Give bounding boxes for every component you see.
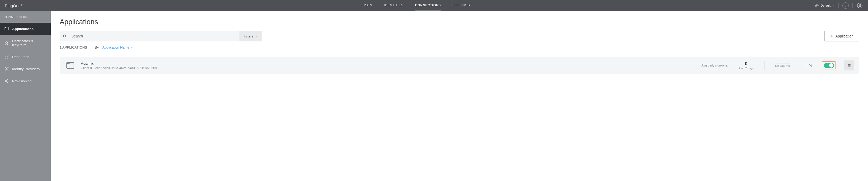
svg-point-8 (5, 55, 6, 57)
svg-point-15 (5, 70, 5, 70)
search-input[interactable] (70, 31, 240, 41)
sidebar: CONNECTIONS Applications Certificates & … (0, 11, 51, 181)
toggle-knob (829, 63, 833, 67)
client-id-label: Client ID: (81, 66, 94, 70)
svg-point-19 (7, 82, 8, 83)
chevron-down-icon (255, 35, 258, 37)
enable-toggle[interactable] (824, 63, 834, 68)
environment-selector[interactable]: Default (815, 4, 835, 8)
svg-point-22 (67, 63, 68, 64)
sidebar-item-identity-providers[interactable]: Identity Providers (0, 63, 51, 75)
nav-identities[interactable]: IDENTITIES (384, 0, 403, 11)
divider (811, 3, 811, 8)
svg-point-16 (8, 70, 8, 70)
brand-reg: ® (21, 3, 23, 6)
user-profile-button[interactable] (857, 2, 863, 9)
top-bar: PingOne® MAIN IDENTITIES CONNECTIONS SET… (0, 0, 868, 11)
add-application-button[interactable]: Application (825, 31, 859, 41)
add-app-label: Application (836, 34, 854, 38)
divider (764, 61, 765, 70)
sidebar-item-label: Identity Providers (12, 67, 40, 71)
svg-point-12 (6, 68, 7, 69)
application-icon (65, 61, 75, 69)
application-name: Aviatrix (81, 61, 157, 66)
provisioning-icon (4, 79, 9, 83)
search-wrap: Filters (60, 31, 262, 41)
search-icon (60, 34, 70, 38)
filters-button[interactable]: Filters (240, 31, 262, 41)
application-row[interactable]: Aviatrix Client ID: ecd5ba20-0b5a-462c-b… (60, 57, 859, 74)
metric-label: Avg daily sign-ons: (702, 64, 728, 67)
identity-providers-icon (4, 66, 9, 71)
page-title: Applications (60, 18, 859, 26)
top-right: Default (811, 2, 863, 9)
metric-period: Past 7 days (739, 67, 754, 70)
sidebar-item-label: Provisioning (12, 79, 32, 83)
filters-label: Filters (244, 34, 253, 38)
applications-icon (4, 26, 9, 31)
application-client-id: Client ID: ecd5ba20-0b5a-462c-b4d3-7751f… (81, 66, 157, 70)
application-name-block: Aviatrix Client ID: ecd5ba20-0b5a-462c-b… (81, 61, 157, 70)
metric-value: 0 (745, 61, 747, 66)
app-count-label: 1 APPLICATIONS (60, 46, 87, 49)
environment-label: Default (820, 4, 831, 7)
svg-point-23 (68, 63, 69, 64)
sidebar-item-certificates[interactable]: Certificates & KeyPairs (0, 35, 51, 51)
sort-by-dropdown[interactable]: Application Name (102, 46, 133, 49)
metric-signons: 0 Past 7 days (734, 61, 758, 70)
svg-point-6 (6, 27, 6, 28)
sidebar-item-applications[interactable]: Applications (0, 23, 51, 35)
brand-text: PingOne (5, 3, 21, 8)
svg-point-1 (845, 6, 846, 6)
svg-point-13 (5, 67, 5, 68)
sidebar-item-provisioning[interactable]: Provisioning (0, 75, 51, 87)
svg-point-10 (5, 57, 6, 59)
resources-icon (4, 54, 9, 59)
main-content: Applications Filters Applica (51, 11, 868, 181)
globe-icon (815, 4, 819, 8)
sidebar-item-resources[interactable]: Resources (0, 51, 51, 63)
brand-logo: PingOne® (5, 3, 23, 8)
client-id-value: ecd5ba20-0b5a-462c-b4d3-7751f1c23609 (95, 66, 157, 70)
layout: CONNECTIONS Applications Certificates & … (0, 11, 868, 181)
plus-icon (830, 35, 833, 38)
enable-toggle-wrap (822, 61, 836, 69)
sort-by-prefix: By (95, 46, 99, 49)
nav-main[interactable]: MAIN (364, 0, 372, 11)
sidebar-item-label: Applications (12, 27, 33, 31)
svg-point-18 (7, 80, 8, 80)
chevron-down-icon (130, 46, 133, 49)
sparkline-caption: No data yet (775, 64, 790, 67)
divider (838, 3, 839, 8)
svg-point-24 (69, 63, 69, 64)
pct-change: - - % (801, 64, 816, 67)
expand-row-button[interactable] (844, 60, 854, 70)
top-nav: MAIN IDENTITIES CONNECTIONS SETTINGS (23, 0, 811, 11)
svg-point-3 (859, 4, 861, 6)
divider (852, 3, 853, 8)
sidebar-item-label: Resources (12, 55, 29, 59)
toolbar: Filters Application (60, 31, 859, 41)
list-meta-row: 1 APPLICATIONS By Application Name (60, 45, 859, 49)
svg-point-20 (63, 35, 66, 37)
certificates-icon (4, 41, 9, 46)
svg-point-14 (8, 67, 8, 68)
nav-settings[interactable]: SETTINGS (453, 0, 470, 11)
svg-point-7 (5, 41, 8, 43)
sort-by-value: Application Name (102, 46, 129, 49)
chevron-down-icon (832, 4, 835, 7)
sidebar-item-label: Certificates & KeyPairs (12, 39, 46, 47)
sidebar-title: CONNECTIONS (0, 11, 51, 23)
help-button[interactable] (842, 2, 849, 9)
svg-point-11 (7, 57, 8, 59)
svg-point-9 (7, 55, 8, 57)
nav-connections[interactable]: CONNECTIONS (415, 0, 441, 11)
sparkline-block: No data yet (770, 64, 795, 67)
